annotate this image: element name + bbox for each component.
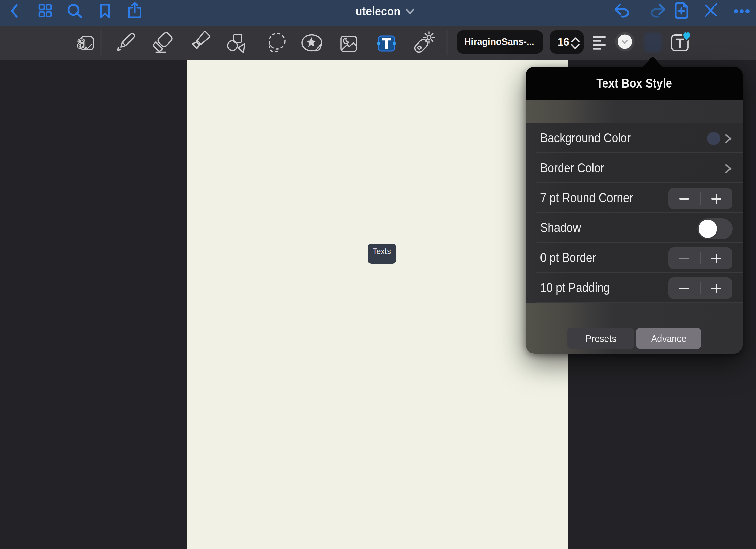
svg-text:a: a <box>76 32 86 52</box>
